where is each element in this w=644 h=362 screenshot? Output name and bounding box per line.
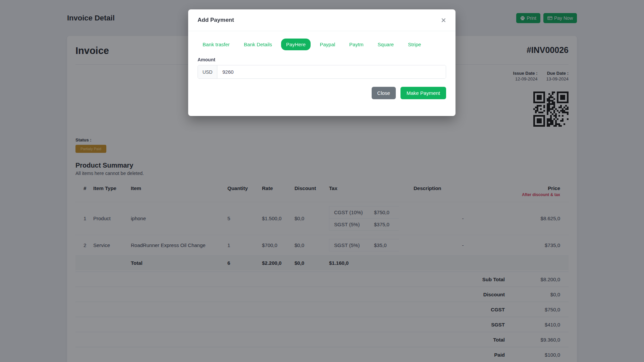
amount-label: Amount [198,57,446,62]
make-payment-button[interactable]: Make Payment [400,87,446,99]
modal-header: Add Payment × [188,9,455,31]
amount-input[interactable] [217,65,446,78]
payment-tab-bank-trasfer[interactable]: Bank trasfer [198,39,235,50]
payment-tab-paypal[interactable]: Paypal [315,39,340,50]
modal-title: Add Payment [198,17,234,23]
amount-input-group: USD [198,65,446,79]
payment-tab-bank-details[interactable]: Bank Details [239,39,277,50]
payment-tab-stripe[interactable]: Stripe [403,39,426,50]
currency-prefix: USD [198,65,217,78]
close-icon[interactable]: × [441,16,446,24]
modal-footer: Close Make Payment [198,87,446,99]
payment-tab-payhere[interactable]: PayHere [281,39,311,50]
close-button[interactable]: Close [372,87,396,99]
modal-body: Bank trasferBank DetailsPayHerePaypalPay… [188,31,455,116]
payment-tab-paytm[interactable]: Paytm [344,39,369,50]
payment-method-tabs: Bank trasferBank DetailsPayHerePaypalPay… [198,39,446,50]
payment-tab-square[interactable]: Square [373,39,399,50]
add-payment-modal: Add Payment × Bank trasferBank DetailsPa… [188,9,455,116]
